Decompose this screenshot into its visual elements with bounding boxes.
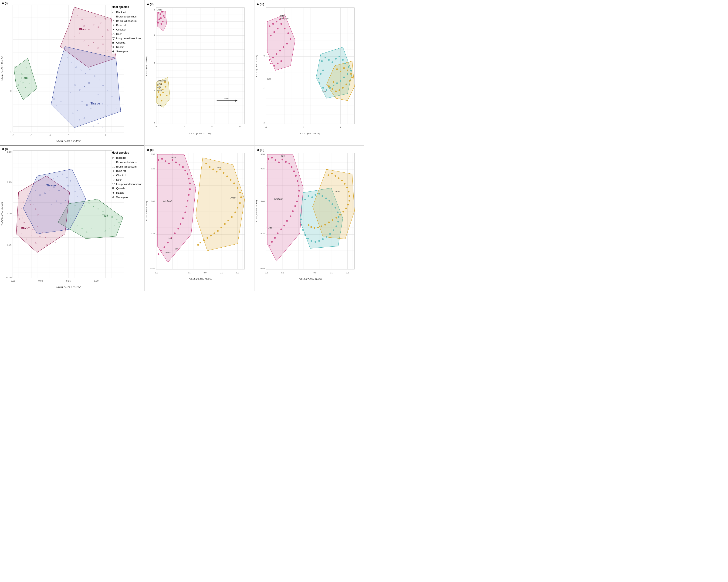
svg-text:□: □ — [100, 226, 101, 229]
legend-label: Brush tail possum — [116, 19, 136, 23]
svg-point-501 — [296, 201, 298, 202]
svg-point-400 — [172, 159, 173, 161]
legend-item-bi-quenda: ⊠Quenda — [112, 186, 141, 191]
svg-text:○: ○ — [70, 91, 71, 93]
svg-text:Ixtri: Ixtri — [268, 227, 272, 229]
svg-text:□: □ — [46, 244, 48, 246]
svg-point-348 — [320, 73, 321, 75]
svg-point-362 — [328, 85, 330, 87]
svg-text:△: △ — [21, 72, 23, 75]
svg-text:∗: ∗ — [24, 86, 26, 89]
svg-point-251 — [158, 18, 160, 20]
legend-label: Deer — [116, 178, 122, 182]
svg-point-552 — [336, 217, 337, 218]
svg-point-407 — [189, 182, 191, 184]
plot-a-ii-svg: A (ii) — [145, 0, 254, 145]
svg-point-361 — [332, 88, 333, 90]
svg-text:○: ○ — [21, 232, 22, 234]
svg-point-534 — [304, 234, 306, 236]
svg-text:◇: ◇ — [102, 210, 104, 212]
svg-point-357 — [345, 83, 347, 85]
svg-text:2: 2 — [105, 134, 106, 136]
svg-point-415 — [177, 228, 179, 230]
svg-point-323 — [269, 59, 270, 61]
svg-text:×: × — [89, 68, 90, 70]
svg-text:□: □ — [38, 179, 40, 181]
legend-item-long-nosed-bandicoot: ▽Long-nosed bandicoot — [112, 36, 141, 41]
svg-point-320 — [279, 50, 281, 51]
svg-point-267 — [161, 100, 162, 102]
svg-text:×: × — [95, 16, 96, 18]
svg-point-356 — [349, 80, 350, 82]
legend-item-bi-deer: ◇Deer — [112, 178, 141, 182]
svg-text:○: ○ — [107, 49, 108, 52]
svg-text:-0.2: -0.2 — [264, 271, 268, 274]
svg-point-539 — [331, 173, 333, 174]
legend-title-a-i: Host species — [112, 5, 141, 9]
legend-item-deer: ◇Deer — [112, 32, 141, 36]
svg-text:0.50: 0.50 — [94, 280, 99, 282]
svg-point-336 — [348, 66, 349, 68]
svg-point-326 — [277, 62, 279, 64]
svg-text:RDA2 [2.2% / 25.6%]: RDA2 [2.2% / 25.6%] — [0, 202, 3, 226]
svg-text:-0.2: -0.2 — [154, 271, 158, 274]
legend-item-swamp-rat: ⊕Swamp rat — [112, 49, 141, 54]
svg-text:B (iii): B (iii) — [257, 148, 264, 152]
svg-text:□: □ — [21, 207, 22, 209]
svg-point-318 — [286, 43, 288, 45]
svg-text:×: × — [90, 227, 92, 230]
svg-point-537 — [300, 218, 302, 220]
plot-b-ii: B (ii) — [144, 146, 254, 291]
svg-point-252 — [162, 21, 163, 22]
svg-point-351 — [340, 71, 341, 72]
svg-text:△: △ — [105, 114, 106, 116]
svg-point-491 — [282, 159, 283, 160]
svg-text:0: 0 — [10, 89, 11, 92]
svg-point-496 — [295, 175, 296, 177]
svg-text:+: + — [35, 189, 36, 191]
svg-point-349 — [322, 70, 324, 71]
svg-text:∗: ∗ — [84, 85, 85, 87]
legend-label: Black rat — [116, 156, 126, 160]
svg-text:B (ii): B (ii) — [147, 148, 154, 152]
svg-text:+: + — [22, 217, 23, 219]
svg-text:0.50: 0.50 — [261, 153, 265, 155]
svg-text:+: + — [26, 211, 27, 214]
svg-text:⊠: ⊠ — [88, 82, 90, 84]
svg-text:2: 2 — [10, 20, 11, 23]
plot-a-ii: A (ii) — [144, 0, 254, 146]
legend-label: Brush tail possum — [116, 164, 136, 169]
svg-text:△: △ — [79, 188, 81, 190]
svg-text:□: □ — [57, 237, 58, 239]
svg-text:0.2: 0.2 — [346, 271, 349, 274]
svg-point-540 — [335, 175, 336, 177]
svg-text:2: 2 — [154, 89, 155, 92]
svg-point-354 — [350, 73, 352, 75]
svg-text:∗: ∗ — [62, 187, 64, 189]
svg-text:Ixaus: Ixaus — [165, 251, 171, 254]
legend-label: Long-nosed bandicoot — [116, 182, 141, 186]
svg-point-250 — [160, 17, 161, 19]
svg-point-514 — [311, 196, 313, 198]
svg-text:Ixant: Ixant — [168, 237, 173, 239]
svg-point-337 — [350, 70, 352, 71]
svg-text:□: □ — [72, 11, 73, 13]
svg-text:3: 3 — [183, 126, 185, 128]
svg-point-519 — [329, 200, 330, 202]
svg-text:Tick: Tick — [21, 76, 27, 80]
svg-text:-1: -1 — [263, 87, 264, 89]
svg-text:◇: ◇ — [100, 21, 102, 24]
svg-text:○: ○ — [54, 241, 56, 244]
svg-text:◇: ◇ — [66, 177, 68, 179]
svg-text:Ixtas: Ixtas — [217, 166, 221, 169]
svg-text:Ixhol;Ixtri: Ixhol;Ixtri — [274, 198, 283, 200]
svg-point-506 — [283, 225, 285, 227]
svg-point-248 — [161, 11, 163, 12]
svg-point-328 — [321, 60, 323, 62]
svg-point-334 — [342, 59, 344, 61]
legend-item-brush-tail-possum: △Brush tail possum — [112, 19, 141, 23]
svg-point-254 — [157, 22, 159, 24]
svg-text:◇: ◇ — [94, 75, 96, 77]
svg-point-543 — [344, 183, 345, 185]
legend-item-bi-brown-antechinus: ○Brown antechinus — [112, 160, 141, 164]
